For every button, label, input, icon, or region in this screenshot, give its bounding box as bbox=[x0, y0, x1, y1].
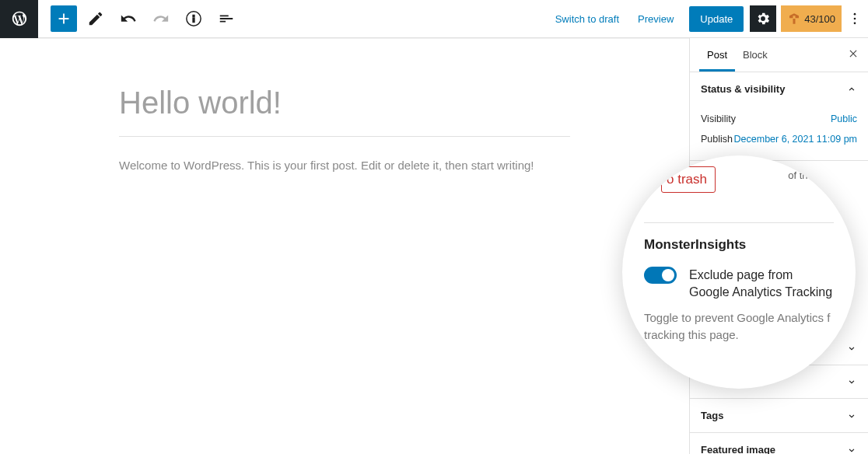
divider bbox=[644, 222, 834, 223]
panel-featured-image[interactable]: Featured image bbox=[690, 433, 868, 454]
exclude-tracking-toggle[interactable] bbox=[644, 267, 677, 284]
svg-point-4 bbox=[854, 23, 856, 25]
visibility-label: Visibility bbox=[701, 114, 736, 124]
svg-point-2 bbox=[854, 13, 856, 16]
redo-icon bbox=[147, 5, 175, 33]
update-button[interactable]: Update bbox=[689, 6, 744, 32]
settings-button[interactable] bbox=[750, 5, 776, 32]
editor-canvas[interactable]: Hello world! Welcome to WordPress. This … bbox=[0, 38, 689, 454]
health-score-badge[interactable]: 43/100 bbox=[781, 5, 842, 32]
health-score-value: 43/100 bbox=[804, 13, 835, 25]
post-body[interactable]: Welcome to WordPress. This is your first… bbox=[119, 159, 570, 172]
close-sidebar-button[interactable] bbox=[848, 48, 859, 62]
add-block-button[interactable] bbox=[51, 5, 77, 32]
panel-tags[interactable]: Tags bbox=[690, 399, 868, 432]
title-divider bbox=[119, 136, 570, 137]
svg-rect-1 bbox=[193, 18, 194, 23]
outline-icon[interactable] bbox=[212, 5, 240, 33]
chevron-down-icon bbox=[846, 343, 857, 354]
publish-label: Publish bbox=[701, 134, 733, 145]
post-title[interactable]: Hello world! bbox=[119, 70, 570, 136]
panel-title: Featured image bbox=[701, 444, 775, 454]
undo-icon[interactable] bbox=[114, 5, 142, 33]
svg-point-0 bbox=[193, 15, 194, 16]
panel-status-visibility[interactable]: Status & visibility bbox=[690, 72, 868, 106]
magnified-overlay: o trash of the blog MonsterInsights Excl… bbox=[622, 155, 856, 389]
tab-post[interactable]: Post bbox=[699, 38, 735, 72]
edit-icon[interactable] bbox=[82, 5, 110, 33]
panel-title: Status & visibility bbox=[701, 83, 785, 95]
panel-title: Tags bbox=[701, 410, 723, 421]
visibility-value[interactable]: Public bbox=[831, 114, 857, 124]
switch-to-draft-link[interactable]: Switch to draft bbox=[546, 13, 628, 25]
chevron-down-icon bbox=[846, 376, 857, 387]
chevron-up-icon bbox=[846, 84, 857, 95]
tab-block[interactable]: Block bbox=[735, 38, 775, 72]
info-icon[interactable] bbox=[180, 5, 208, 33]
exclude-tracking-description: Toggle to prevent Google Analytics f tra… bbox=[644, 309, 834, 344]
chevron-down-icon bbox=[846, 410, 857, 421]
preview-link[interactable]: Preview bbox=[628, 13, 683, 25]
publish-value[interactable]: December 6, 2021 11:09 pm bbox=[734, 134, 857, 145]
more-options-button[interactable] bbox=[842, 5, 868, 32]
exclude-tracking-label: Exclude page from Google Analytics Track… bbox=[689, 267, 834, 300]
wordpress-logo[interactable] bbox=[0, 0, 38, 38]
monsterinsights-heading: MonsterInsights bbox=[644, 237, 834, 253]
chevron-down-icon bbox=[846, 445, 857, 455]
svg-point-3 bbox=[854, 18, 856, 20]
